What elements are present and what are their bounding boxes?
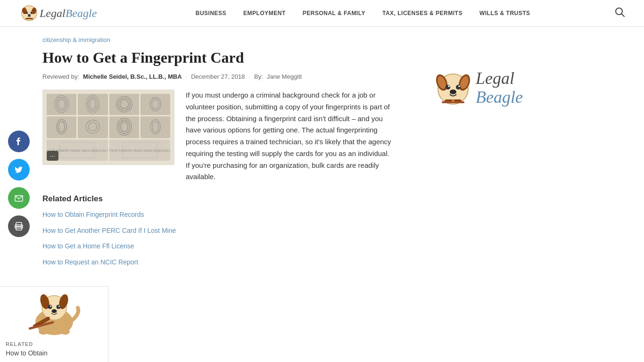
svg-point-20 xyxy=(88,97,98,111)
by-label: By: xyxy=(254,73,263,80)
svg-point-28 xyxy=(57,120,66,134)
related-link-4[interactable]: How to Request an NCIC Report xyxy=(42,258,391,267)
brand-logo-large: Legal Beagle xyxy=(413,55,545,107)
logo-legal: Legal xyxy=(40,7,66,20)
svg-point-49 xyxy=(450,90,456,94)
svg-point-4 xyxy=(31,12,33,14)
fp-cell-2 xyxy=(78,94,107,115)
svg-point-35 xyxy=(150,120,160,134)
large-logo-legal: Legal xyxy=(476,69,523,88)
svg-point-19 xyxy=(90,99,96,109)
svg-rect-12 xyxy=(16,222,22,226)
breadcrumb[interactable]: citizenship & immigration xyxy=(42,36,391,43)
nav-wills-trusts[interactable]: WILLS & TRUSTS xyxy=(471,6,539,20)
svg-point-6 xyxy=(32,12,33,13)
fp-cell-4 xyxy=(140,94,170,115)
svg-point-31 xyxy=(120,122,128,132)
svg-point-22 xyxy=(120,100,128,108)
svg-point-18 xyxy=(54,96,69,113)
large-logo-beagle: Beagle xyxy=(476,88,523,107)
article-body: If you must undergo a criminal backgroun… xyxy=(186,90,391,183)
svg-point-15 xyxy=(21,226,22,227)
svg-rect-8 xyxy=(25,18,33,19)
page-layout: citizenship & immigration How to Get a F… xyxy=(0,27,644,283)
nav-tax-licenses[interactable]: TAX, LICENSES & PERMITS xyxy=(374,6,471,20)
svg-point-24 xyxy=(116,96,132,112)
nav-business[interactable]: BUSINESS xyxy=(187,6,235,20)
article-top: FOUR FINGERS TAKEN SIMULTANEOUSLY FOUR F… xyxy=(42,90,391,183)
print-button[interactable] xyxy=(8,215,30,237)
related-articles-heading: Related Articles xyxy=(42,194,391,204)
article-image: FOUR FINGERS TAKEN SIMULTANEOUSLY FOUR F… xyxy=(42,90,174,165)
logo-beagle: Beagle xyxy=(66,7,97,20)
svg-point-46 xyxy=(456,85,461,90)
right-sidebar: Legal Beagle xyxy=(405,27,556,283)
fp-cell-8 xyxy=(140,116,170,138)
svg-point-27 xyxy=(58,122,65,132)
meta-separator2: · xyxy=(248,73,250,80)
reviewed-by-label: Reviewed by: xyxy=(42,73,79,80)
fp-cell-10: FOUR FINGERS TAKEN SIMULTANEOUSLY xyxy=(109,140,171,161)
svg-point-3 xyxy=(26,12,28,14)
article-title: How to Get a Fingerprint Card xyxy=(42,49,391,66)
more-options-button[interactable]: ··· xyxy=(47,151,58,161)
related-link-3[interactable]: How to Get a Home Ffl License xyxy=(42,242,391,251)
logo-dog-icon xyxy=(21,5,38,22)
email-share-button[interactable] xyxy=(8,187,30,209)
article-date: December 27, 2018 xyxy=(191,73,245,80)
svg-point-5 xyxy=(27,12,28,13)
social-sidebar xyxy=(0,27,38,283)
nav-personal-family[interactable]: PERSONAL & FAMILY xyxy=(294,6,374,20)
svg-point-34 xyxy=(152,122,158,132)
related-link-2[interactable]: How to Get Another PERC Card If I Lost M… xyxy=(42,226,391,236)
twitter-share-button[interactable] xyxy=(8,159,30,181)
svg-line-10 xyxy=(622,14,625,16)
site-logo[interactable]: Legal Beagle xyxy=(19,5,97,22)
search-icon[interactable] xyxy=(615,7,625,20)
reviewer-name: Michelle Seidel, B.Sc., LL.B., MBA xyxy=(83,73,182,80)
fp-cell-7 xyxy=(109,116,139,138)
fp-cell-6 xyxy=(78,116,107,138)
fp-cell-3 xyxy=(109,94,139,115)
related-link-1[interactable]: How to Obtain Fingerprint Records xyxy=(42,210,391,220)
author-name: Jane Meggitt xyxy=(267,73,302,80)
article-meta: Reviewed by: Michelle Seidel, B.Sc., LL.… xyxy=(42,73,391,80)
svg-point-47 xyxy=(448,85,450,87)
site-header: Legal Beagle BUSINESS EMPLOYMENT PERSONA… xyxy=(0,0,644,27)
svg-point-52 xyxy=(452,99,454,102)
svg-point-7 xyxy=(28,14,31,16)
nav-employment[interactable]: EMPLOYMENT xyxy=(235,6,294,20)
facebook-share-button[interactable] xyxy=(8,131,30,152)
svg-point-16 xyxy=(58,99,66,109)
svg-point-30 xyxy=(86,120,99,133)
fp-cell-1 xyxy=(47,94,76,115)
svg-point-25 xyxy=(152,99,159,109)
large-logo-dog-icon xyxy=(434,69,472,107)
related-articles-section: Related Articles How to Obtain Fingerpri… xyxy=(42,194,391,267)
meta-separator1: · xyxy=(186,73,188,80)
svg-text:FOUR FINGERS TAKEN SIMULTANEOU: FOUR FINGERS TAKEN SIMULTANEOUSLY xyxy=(109,149,171,152)
svg-point-33 xyxy=(117,118,132,135)
main-nav: BUSINESS EMPLOYMENT PERSONAL & FAMILY TA… xyxy=(116,6,610,20)
svg-point-45 xyxy=(446,85,450,90)
article-main: citizenship & immigration How to Get a F… xyxy=(38,27,405,283)
large-logo-text: Legal Beagle xyxy=(476,69,523,107)
fingerprint-card: FOUR FINGERS TAKEN SIMULTANEOUSLY FOUR F… xyxy=(43,90,174,165)
article-text: If you must undergo a criminal backgroun… xyxy=(186,90,391,183)
fp-cell-5 xyxy=(47,116,76,138)
svg-point-29 xyxy=(89,123,97,131)
svg-point-48 xyxy=(458,85,460,87)
